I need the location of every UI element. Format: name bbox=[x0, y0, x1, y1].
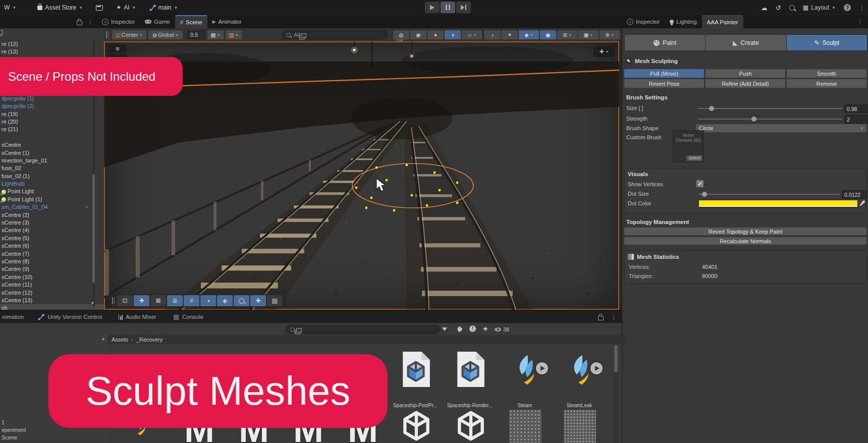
overlay-drag-handle[interactable] bbox=[112, 297, 115, 304]
snap-settings-dropdown[interactable]: ▥▼ bbox=[226, 30, 242, 39]
asset-unity-logo[interactable] bbox=[402, 410, 431, 443]
hierarchy-item[interactable]: dpncgrdw (1) › bbox=[0, 95, 104, 102]
panel-kebab-menu-icon[interactable]: ⋮ bbox=[857, 18, 863, 28]
hierarchy-item[interactable]: fuse_02 › bbox=[0, 164, 104, 172]
tool-remove-button[interactable]: Remove bbox=[787, 79, 866, 88]
gizmos-dropdown[interactable]: ⊕▼ bbox=[600, 30, 620, 39]
zoom-tool-button[interactable] bbox=[234, 295, 249, 306]
hierarchy-item[interactable]: › bbox=[0, 134, 104, 141]
properties-tool-button[interactable]: ≣ bbox=[167, 295, 183, 306]
filter-by-label-icon[interactable] bbox=[457, 326, 462, 333]
hierarchy-item[interactable]: sCentre (11) › bbox=[0, 281, 104, 289]
view-gizmo-button[interactable]: ✚▼ bbox=[593, 46, 615, 57]
tab-unity-version-control[interactable]: Unity Version Control bbox=[36, 310, 104, 323]
filter-by-type-icon[interactable] bbox=[442, 326, 447, 332]
strength-value-field[interactable]: 2 bbox=[844, 115, 868, 124]
tool-handle-pivot-dropdown[interactable]: ◱Center▼ bbox=[112, 30, 146, 39]
hierarchy-item[interactable]: sCentre (13) › bbox=[0, 297, 104, 304]
hierarchy-item[interactable]: sCentre (4) › bbox=[0, 227, 104, 234]
view-2d-toggle-icon[interactable]: ◑ bbox=[445, 30, 461, 39]
asset-texture-tile[interactable] bbox=[509, 410, 541, 443]
hierarchy-item[interactable]: re (19) › bbox=[0, 110, 104, 118]
tab-aaa-painter[interactable]: AAA Painter bbox=[702, 15, 743, 28]
move-tool-button[interactable]: ✚ bbox=[134, 295, 149, 306]
hierarchy-item[interactable]: sCentre (10) › bbox=[0, 273, 104, 281]
folder-item[interactable]: Scene bbox=[0, 434, 107, 441]
play-button[interactable] bbox=[425, 2, 440, 13]
audio-mute-icon[interactable]: ♪ bbox=[484, 30, 501, 39]
alerts-icon[interactable]: ! bbox=[469, 325, 476, 332]
tool-revert-pose-button[interactable]: Revert Pose bbox=[624, 79, 704, 88]
hierarchy-item[interactable]: sCentre (12) › bbox=[0, 289, 104, 297]
help-circle-icon[interactable]: ? bbox=[844, 4, 851, 11]
shading-shaded-icon[interactable]: ◉ bbox=[410, 30, 426, 39]
play-preview-badge[interactable] bbox=[590, 362, 603, 374]
mesh-layers-button[interactable]: ◈ bbox=[217, 295, 233, 306]
hierarchy-item[interactable]: sCentre (6) › bbox=[0, 242, 104, 250]
strength-slider-thumb[interactable] bbox=[751, 117, 756, 122]
dot-color-swatch[interactable] bbox=[698, 200, 858, 207]
sculpt-mode-button[interactable]: ✎Sculpt bbox=[787, 35, 867, 50]
tool-push-button[interactable]: Push bbox=[706, 69, 785, 78]
tab-inspector-center[interactable]: iInspector bbox=[97, 15, 140, 28]
kebab-menu-icon[interactable]: ⋮ bbox=[611, 313, 617, 320]
lock-icon[interactable] bbox=[77, 21, 82, 25]
transform-tool-button[interactable]: ✚ bbox=[250, 295, 266, 306]
lock-icon[interactable] bbox=[598, 316, 604, 320]
recalculate-normals-button[interactable]: Recalculate Normals bbox=[624, 237, 866, 245]
package-manager-button[interactable] bbox=[93, 0, 106, 15]
search-icon[interactable] bbox=[789, 5, 795, 11]
shading-solid-icon[interactable]: ● bbox=[427, 30, 444, 39]
create-mode-button[interactable]: ◣Create bbox=[706, 35, 786, 50]
hierarchy-scrollbar-thumb[interactable] bbox=[92, 174, 95, 283]
overlay-stack-dropdown[interactable]: ≣▼ bbox=[557, 30, 577, 39]
hierarchy-item[interactable]: sCentre (8) › bbox=[0, 258, 104, 265]
brush-shape-dropdown[interactable]: Circle▼ bbox=[696, 124, 866, 132]
tab-inspector-right[interactable]: iInspector bbox=[622, 15, 665, 28]
scene-search-field[interactable]: All bbox=[282, 30, 388, 39]
kebab-menu-icon[interactable]: ⋮ bbox=[859, 4, 865, 11]
tab-console[interactable]: ▤ Console bbox=[172, 310, 206, 323]
tool-handle-rotation-dropdown[interactable]: ◍Global▼ bbox=[148, 30, 183, 39]
hierarchy-item[interactable]: nnection_large_01 › bbox=[0, 157, 104, 164]
paint-mode-button[interactable]: Paint bbox=[625, 35, 705, 50]
scene-visibility-eye-icon[interactable]: ◉ bbox=[540, 30, 556, 39]
hierarchy-item[interactable]: sm_Cables_01_04 › bbox=[0, 203, 104, 211]
history-icon[interactable]: ↺ bbox=[776, 4, 781, 12]
hierarchy-item[interactable]: sh › bbox=[0, 304, 104, 310]
hierarchy-item[interactable]: sCentre (5) › bbox=[0, 235, 104, 242]
menu-asset-store[interactable]: Asset Store▼ bbox=[34, 0, 86, 15]
chevron-right-icon[interactable]: › bbox=[86, 203, 88, 211]
strength-slider[interactable] bbox=[698, 119, 842, 120]
revert-topology-button[interactable]: Revert Topology & Keep Paint bbox=[624, 228, 866, 235]
dot-size-value-field[interactable]: 0.0122 bbox=[842, 190, 867, 199]
tool-smooth-button[interactable]: Smooth bbox=[787, 69, 866, 78]
breadcrumb-assets[interactable]: Assets bbox=[112, 337, 128, 343]
effects-toggle-icon[interactable]: ✦ bbox=[502, 30, 518, 39]
tab-game[interactable]: Game bbox=[140, 15, 175, 28]
asset-texture-tile[interactable] bbox=[564, 410, 596, 443]
menu-window[interactable]: W▼ bbox=[1, 0, 19, 15]
hierarchy-item[interactable]: re (21) › bbox=[0, 126, 104, 133]
scene-lighting-dropdown[interactable]: ☼▼ bbox=[462, 30, 482, 39]
tool-refine-button[interactable]: Refine (Add Detail) bbox=[706, 79, 785, 88]
hierarchy-item[interactable]: fuse_02 (1) › bbox=[0, 173, 104, 180]
maximize-window-icon[interactable] bbox=[0, 32, 2, 36]
dot-size-slider[interactable] bbox=[698, 194, 840, 195]
sphere-brush-button[interactable]: ◑ bbox=[200, 295, 216, 306]
asset-spaceship-postprocess[interactable]: Spaceship-PostPr... bbox=[388, 350, 443, 389]
scroll-up-arrow-icon[interactable]: ▲ bbox=[101, 336, 105, 341]
show-vertices-checkbox[interactable]: ✓ bbox=[696, 180, 703, 187]
hierarchy-item[interactable]: sCentre (3) › bbox=[0, 219, 104, 227]
layers-dropdown[interactable]: ◈▼ bbox=[519, 30, 539, 39]
size-value-field[interactable]: 0.98 bbox=[844, 104, 868, 113]
project-search-field[interactable] bbox=[286, 325, 440, 334]
hierarchy-item[interactable]: LightBulb › bbox=[0, 180, 104, 188]
camera-settings-button[interactable]: ⊡ bbox=[117, 295, 133, 306]
wireframe-tool-button[interactable]: # bbox=[184, 295, 199, 306]
tab-audio-mixer[interactable]: Audio Mixer bbox=[117, 310, 158, 323]
eyedropper-icon[interactable] bbox=[859, 200, 865, 206]
custom-brush-select-button[interactable]: Select bbox=[686, 155, 702, 161]
asset-spaceship-render[interactable]: Steam Spaceship-Render... bbox=[443, 350, 497, 389]
tab-lighting[interactable]: Lighting bbox=[665, 15, 701, 28]
